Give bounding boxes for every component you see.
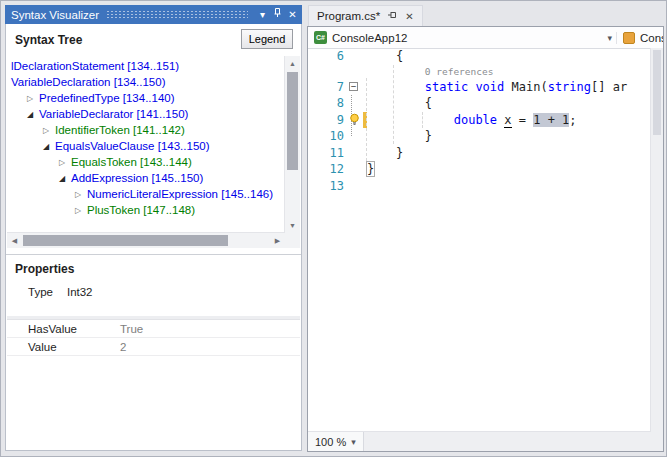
syntax-tree-header: Syntax Tree	[15, 33, 82, 47]
tree-item[interactable]: lDeclarationStatement [134..151)	[7, 58, 285, 74]
legend-button[interactable]: Legend	[241, 29, 293, 49]
code-line[interactable]: 9 double x = 1 + 1;	[308, 112, 651, 129]
property-row[interactable]: Value2	[7, 338, 300, 356]
close-icon[interactable]: ✕	[405, 11, 413, 22]
property-value: True	[120, 323, 143, 335]
line-number: 7	[308, 79, 347, 96]
tree-item-label: lDeclarationStatement [134..151)	[11, 60, 179, 72]
code-line[interactable]: 13	[308, 178, 651, 195]
toolwindow-titlebar[interactable]: Syntax Visualizer ▾ ✕	[5, 5, 302, 24]
code-line[interactable]: 12}	[308, 161, 651, 178]
collapse-arrow-icon[interactable]: ◢	[59, 174, 71, 183]
code-line[interactable]: 10 }	[308, 128, 651, 145]
glyph-margin	[347, 178, 363, 195]
tab-title: Program.cs*	[317, 10, 380, 22]
line-number: 9	[308, 112, 347, 129]
expand-arrow-icon[interactable]: ▷	[43, 126, 55, 135]
tree-item-label: VariableDeclaration [134..150)	[11, 76, 166, 88]
scroll-right-icon[interactable]: ▶	[270, 233, 285, 248]
type-label: Type	[28, 286, 53, 298]
window-position-icon[interactable]: ▾	[255, 5, 270, 24]
expand-arrow-icon[interactable]: ▷	[75, 206, 87, 215]
toolwindow-body: Syntax Tree Legend lDeclarationStatement…	[5, 24, 302, 451]
indent-guide	[393, 65, 394, 144]
titlebar-grip	[106, 10, 248, 19]
tree-item[interactable]: ◢VariableDeclarator [141..150)	[7, 106, 285, 122]
tree-vscroll-thumb[interactable]	[287, 72, 298, 170]
line-number: 10	[308, 128, 347, 145]
pin-icon[interactable]	[270, 5, 285, 24]
syntax-visualizer-toolwindow: Syntax Visualizer ▾ ✕ Syntax Tree Legend…	[5, 5, 302, 451]
property-name: Value	[7, 341, 120, 353]
line-number: 12	[308, 161, 347, 178]
tree-item[interactable]: ▷EqualsToken [143..144)	[7, 154, 285, 170]
class-icon	[623, 32, 635, 44]
property-row[interactable]: HasValueTrue	[7, 320, 300, 338]
tree-item-label: IdentifierToken [141..142)	[55, 124, 185, 136]
editor-vscroll-thumb[interactable]	[653, 50, 661, 135]
csharp-project-icon: C#	[314, 31, 327, 44]
tree-item-label: VariableDeclarator [141..150)	[39, 108, 188, 120]
glyph-margin: −	[347, 79, 363, 96]
glyph-margin	[347, 161, 363, 178]
tree-item[interactable]: ◢EqualsValueClause [143..150)	[7, 138, 285, 154]
pin-icon[interactable]	[387, 10, 398, 22]
code-text: }	[367, 161, 375, 178]
member-dropdown[interactable]: Cons	[616, 32, 663, 44]
zoom-value: 100 %	[315, 436, 346, 448]
expand-arrow-icon[interactable]: ▷	[75, 190, 87, 199]
editor-vertical-scrollbar[interactable]	[650, 48, 663, 432]
lightbulb-icon[interactable]	[348, 113, 361, 127]
collapse-arrow-icon[interactable]: ◢	[27, 110, 39, 119]
tree-horizontal-scrollbar[interactable]: ◀ ▶	[7, 232, 285, 248]
tree-item[interactable]: ▷PlusToken [147..148)	[7, 202, 285, 218]
glyph-margin	[347, 145, 363, 162]
expand-arrow-icon[interactable]: ▷	[59, 158, 71, 167]
scroll-down-icon[interactable]: ▼	[285, 218, 300, 233]
tree-item[interactable]: VariableDeclaration [134..150)	[7, 74, 285, 90]
chevron-down-icon: ▾	[607, 33, 612, 43]
tree-item-label: AddExpression [145..150)	[71, 172, 203, 184]
codelens-line[interactable]: 0 references	[308, 65, 651, 79]
tree-vertical-scrollbar[interactable]: ▲ ▼	[284, 56, 300, 233]
chevron-down-icon: ▾	[351, 437, 356, 447]
code-text: }	[367, 128, 432, 145]
tree-item[interactable]: ▷NumericLiteralExpression [145..146)	[7, 186, 285, 202]
code-line[interactable]: 8 {	[308, 95, 651, 112]
code-text: double x = 1 + 1;	[367, 112, 577, 129]
glyph-margin	[347, 95, 363, 112]
project-dropdown[interactable]: C# ConsoleApp12 ▾	[308, 31, 616, 44]
glyph-margin	[347, 112, 363, 129]
indent-guide	[366, 78, 367, 161]
indent-guide	[422, 112, 423, 128]
vs-window: Syntax Visualizer ▾ ✕ Syntax Tree Legend…	[0, 0, 667, 457]
tree-hscroll-thumb[interactable]	[23, 235, 228, 246]
code-text: }	[367, 145, 403, 162]
tree-item[interactable]: ◢AddExpression [145..150)	[7, 170, 285, 186]
code-text: {	[367, 95, 432, 112]
collapse-region-icon[interactable]: −	[349, 82, 358, 91]
member-dropdown-value: Cons	[640, 32, 663, 44]
tree-item-label: EqualsValueClause [143..150)	[55, 140, 210, 152]
tab-program-cs[interactable]: Program.cs* ✕	[308, 5, 423, 26]
collapse-arrow-icon[interactable]: ◢	[43, 142, 55, 151]
tree-item[interactable]: ▷PredefinedType [134..140)	[7, 90, 285, 106]
property-grid: HasValueTrueValue2	[7, 316, 300, 356]
close-icon[interactable]: ✕	[285, 5, 300, 24]
type-row: TypeInt32	[28, 286, 93, 298]
scrollbar-corner	[285, 233, 300, 248]
scroll-up-icon[interactable]: ▲	[285, 56, 300, 71]
line-number: 6	[308, 48, 347, 65]
zoom-control[interactable]: 100 % ▾	[308, 432, 364, 451]
expand-arrow-icon[interactable]: ▷	[27, 94, 39, 103]
property-value: 2	[120, 341, 126, 353]
code-line[interactable]: 11 }	[308, 145, 651, 162]
document-tab-strip: Program.cs* ✕	[308, 5, 664, 26]
tree-item-label: EqualsToken [143..144)	[71, 156, 192, 168]
code-editor[interactable]: 6 { 0 references7− static void Main(stri…	[308, 48, 651, 432]
line-number: 13	[308, 178, 347, 195]
tree-item[interactable]: ▷IdentifierToken [141..142)	[7, 122, 285, 138]
scroll-left-icon[interactable]: ◀	[7, 233, 22, 248]
code-line[interactable]: 6 {	[308, 48, 651, 65]
code-line[interactable]: 7− static void Main(string[] ar	[308, 79, 651, 96]
